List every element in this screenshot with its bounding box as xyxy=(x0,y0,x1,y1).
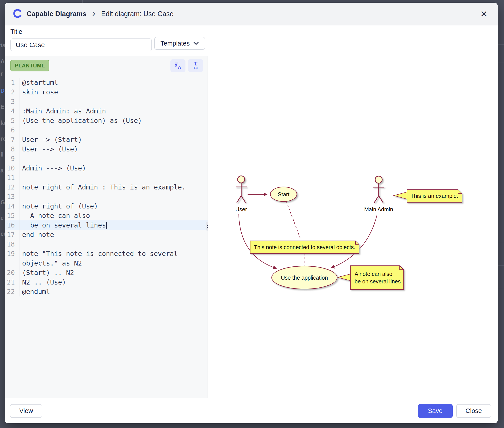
title-label: Title xyxy=(10,28,498,35)
code-line[interactable]: 18 xyxy=(5,239,208,249)
code-line[interactable]: 9 xyxy=(5,154,208,163)
code-line[interactable]: 7User -> (Start) xyxy=(5,135,208,144)
modal-footer: View Save Close xyxy=(5,398,498,423)
usecase-diagram: User Main Admin Start xyxy=(208,56,498,398)
code-line[interactable]: 6 xyxy=(5,125,208,135)
code-line[interactable]: 22@enduml xyxy=(5,287,208,296)
translate-button[interactable]: x A xyxy=(171,59,186,72)
backdrop-row-line xyxy=(498,44,504,45)
translate-icon: x A xyxy=(173,61,182,70)
title-section: Title Templates xyxy=(5,25,498,56)
editor-pane: PLANTUML x A T ↔ xyxy=(5,56,208,398)
usecase-use-label: Use the application xyxy=(281,275,328,281)
backdrop-fragment: a xyxy=(0,167,4,174)
backdrop-fragment: il xyxy=(0,151,4,158)
brand-name: Capable Diagrams xyxy=(26,10,86,18)
backdrop-fragment: e xyxy=(0,214,4,221)
code-line[interactable]: 19note "This note is connected to severa… xyxy=(5,249,208,268)
backdrop-row-line xyxy=(498,63,504,63)
code-line[interactable]: 13 xyxy=(5,192,208,201)
footer-actions: Save Close xyxy=(418,404,491,418)
chevron-down-icon xyxy=(193,41,199,45)
language-badge: PLANTUML xyxy=(10,60,49,71)
actor-admin-label: Main Admin xyxy=(364,206,393,213)
code-line[interactable]: 8User --> (Use) xyxy=(5,144,208,154)
close-icon[interactable]: ✕ xyxy=(479,8,489,20)
code-line[interactable]: 17end note xyxy=(5,230,208,239)
code-line[interactable]: 12note right of Admin : This is an examp… xyxy=(5,182,208,192)
code-line[interactable]: 4:Main Admin: as Admin xyxy=(5,106,208,116)
text-caret xyxy=(106,222,107,229)
code-line[interactable]: 11 xyxy=(5,173,208,182)
actor-user-label: User xyxy=(236,206,247,213)
backdrop-row-line xyxy=(498,289,504,289)
svg-text:↔: ↔ xyxy=(193,65,198,70)
text-width-icon: T ↔ xyxy=(191,61,200,70)
actor-main-admin xyxy=(373,176,384,203)
usecase-start-label: Start xyxy=(278,191,290,198)
actor-user xyxy=(236,176,247,203)
code-line[interactable]: 20(Start) .. N2 xyxy=(5,268,208,278)
editor-toolbar: PLANTUML x A T ↔ xyxy=(5,56,208,75)
code-line[interactable]: 15 A note can also xyxy=(5,211,208,220)
modal-content: PLANTUML x A T ↔ xyxy=(5,56,498,398)
note-example-text: This is an example. xyxy=(410,193,458,199)
backdrop-row-line xyxy=(498,242,504,242)
templates-button[interactable]: Templates xyxy=(154,37,205,50)
text-width-button[interactable]: T ↔ xyxy=(188,59,203,72)
save-button[interactable]: Save xyxy=(418,404,453,418)
note-n2-text: This note is connected to several object… xyxy=(254,244,356,250)
view-button[interactable]: View xyxy=(10,404,42,418)
backdrop-fragment: E xyxy=(0,103,4,110)
note-multiline-text-1: A note can also xyxy=(355,271,392,277)
code-line[interactable]: 2skin rose xyxy=(5,87,208,97)
svg-text:A: A xyxy=(178,65,181,70)
title-input[interactable] xyxy=(10,39,152,51)
backdrop-fragment: D xyxy=(0,87,5,94)
backdrop-row-line xyxy=(498,265,504,266)
close-button[interactable]: Close xyxy=(456,404,491,418)
edit-diagram-modal: C Capable Diagrams › Edit diagram: Use C… xyxy=(5,3,498,423)
code-line[interactable]: 10Admin ---> (Use) xyxy=(5,163,208,173)
backdrop-fragment: la xyxy=(0,119,5,126)
code-line-active[interactable]: 16 be on several lines xyxy=(5,220,208,230)
code-editor[interactable]: 1@startuml 2skin rose 3 4:Main Admin: as… xyxy=(5,75,208,398)
backdrop-row-line xyxy=(498,194,504,194)
app-logo-icon: C xyxy=(13,7,22,20)
code-line[interactable]: 1@startuml xyxy=(5,78,208,87)
backdrop-divider xyxy=(82,0,83,3)
svg-text:x: x xyxy=(175,63,177,67)
breadcrumb-page-title: Edit diagram: Use Case xyxy=(101,10,173,18)
edge-start-note-dashed xyxy=(286,201,301,240)
code-line[interactable]: 14note right of (Use) xyxy=(5,201,208,211)
templates-button-label: Templates xyxy=(161,40,190,47)
modal-header: C Capable Diagrams › Edit diagram: Use C… xyxy=(5,3,498,25)
backdrop-fragment: r xyxy=(0,70,3,77)
code-line[interactable]: 5(Use the application) as (Use) xyxy=(5,116,208,125)
note-multiline xyxy=(338,266,404,290)
code-line[interactable]: 3 xyxy=(5,97,208,106)
code-line[interactable]: 21N2 .. (Use) xyxy=(5,278,208,287)
diagram-preview: User Main Admin Start xyxy=(208,56,498,398)
note-multiline-text-2: be on several lines xyxy=(355,278,400,285)
backdrop-row-line xyxy=(498,218,504,218)
